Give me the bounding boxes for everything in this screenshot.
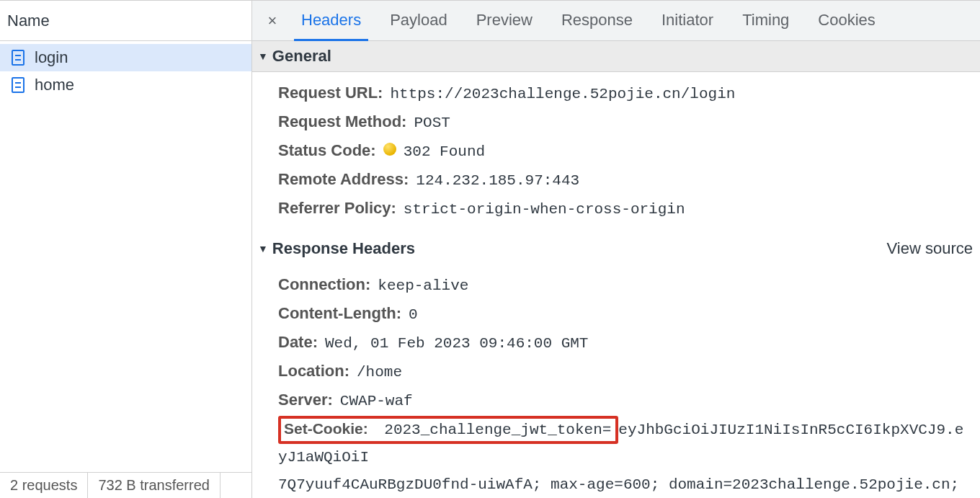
label-request-url: Request URL:	[278, 79, 383, 107]
sidebar-header-label: Name	[7, 12, 50, 30]
value-date: Wed, 01 Feb 2023 09:46:00 GMT	[325, 330, 588, 357]
section-response-body: Connection: keep-alive Content-Length: 0…	[252, 264, 980, 498]
chevron-down-icon[interactable]: ▼	[258, 50, 268, 62]
row-status-code: Status Code: 302 Found	[278, 137, 966, 166]
status-strip: 2 requests 732 B transferred	[0, 472, 251, 498]
devtools-network-panel: Name login home 2 requests 732 B transfe…	[0, 0, 980, 498]
row-request-url: Request URL: https://2023challenge.52poj…	[278, 79, 966, 108]
detail-panel: × Headers Payload Preview Response Initi…	[252, 0, 980, 498]
status-transferred: 732 B transferred	[88, 473, 220, 498]
label-request-method: Request Method:	[278, 108, 406, 135]
tab-bar: × Headers Payload Preview Response Initi…	[252, 1, 980, 41]
value-connection: keep-alive	[378, 272, 468, 300]
status-requests: 2 requests	[0, 473, 88, 498]
tab-response[interactable]: Response	[547, 0, 647, 40]
label-server: Server:	[278, 386, 333, 414]
row-date: Date: Wed, 01 Feb 2023 09:46:00 GMT	[278, 329, 966, 357]
row-location: Location: /home	[278, 357, 966, 386]
document-icon	[12, 77, 24, 93]
request-row-login[interactable]: login	[0, 44, 251, 71]
request-name: home	[35, 76, 74, 94]
label-set-cookie: Set-Cookie:	[284, 420, 368, 437]
label-referrer-policy: Referrer Policy:	[278, 195, 396, 222]
value-request-method: POST	[414, 110, 450, 137]
chevron-down-icon[interactable]: ▼	[258, 243, 268, 254]
row-request-method: Request Method: POST	[278, 108, 966, 137]
section-response-bar[interactable]: ▼ Response Headers View source	[252, 234, 980, 264]
request-name: login	[35, 48, 68, 67]
label-location: Location:	[278, 357, 349, 385]
label-connection: Connection:	[278, 271, 370, 298]
document-icon	[12, 50, 24, 66]
request-list: login home	[0, 41, 251, 472]
tab-preview[interactable]: Preview	[462, 0, 547, 40]
value-set-cookie-rest2: 7Q7yuuf4CAuRBgzDU0fnd-uiwAfA; max-age=60…	[278, 471, 966, 498]
row-server: Server: CWAP-waf	[278, 386, 966, 415]
label-status-code: Status Code:	[278, 137, 376, 164]
value-server: CWAP-waf	[340, 388, 413, 415]
value-status-code: 302 Found	[404, 138, 485, 166]
request-row-home[interactable]: home	[0, 71, 251, 99]
value-request-url: https://2023challenge.52pojie.cn/login	[390, 81, 735, 108]
section-response-title: Response Headers	[272, 239, 415, 258]
value-content-length: 0	[409, 301, 418, 329]
close-icon[interactable]: ×	[258, 12, 287, 30]
sidebar-header[interactable]: Name	[0, 1, 251, 41]
set-cookie-highlight: Set-Cookie: 2023_challenge_jwt_token=	[278, 416, 618, 444]
section-general-title: General	[272, 47, 331, 66]
value-remote-address: 124.232.185.97:443	[416, 167, 579, 195]
row-referrer-policy: Referrer Policy: strict-origin-when-cros…	[278, 195, 966, 223]
section-general-bar[interactable]: ▼ General	[252, 41, 980, 72]
tab-timing[interactable]: Timing	[728, 0, 803, 40]
value-referrer-policy: strict-origin-when-cross-origin	[404, 196, 685, 223]
tab-headers[interactable]: Headers	[287, 0, 375, 40]
row-set-cookie: Set-Cookie: 2023_challenge_jwt_token=eyJ…	[278, 415, 966, 498]
section-general-body: Request URL: https://2023challenge.52poj…	[252, 72, 980, 234]
row-content-length: Content-Length: 0	[278, 300, 966, 329]
request-sidebar: Name login home 2 requests 732 B transfe…	[0, 0, 252, 498]
view-source-link[interactable]: View source	[887, 239, 973, 258]
row-connection: Connection: keep-alive	[278, 271, 966, 300]
value-set-cookie-name: 2023_challenge_jwt_token=	[384, 422, 611, 438]
label-date: Date:	[278, 329, 318, 356]
row-remote-address: Remote Address: 124.232.185.97:443	[278, 166, 966, 195]
tab-initiator[interactable]: Initiator	[647, 0, 728, 40]
detail-body: ▼ General Request URL: https://2023chall…	[252, 41, 980, 498]
tab-cookies[interactable]: Cookies	[803, 0, 889, 40]
tab-payload[interactable]: Payload	[375, 0, 462, 40]
label-remote-address: Remote Address:	[278, 166, 409, 193]
label-content-length: Content-Length:	[278, 300, 401, 327]
value-location: /home	[357, 359, 402, 386]
status-dot-icon	[383, 143, 396, 156]
